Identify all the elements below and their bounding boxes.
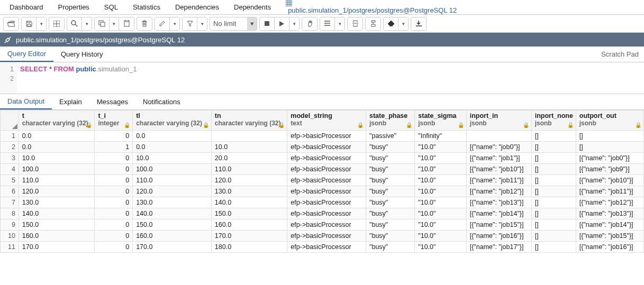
cell[interactable]: 140.0 [19,208,95,219]
edit-button[interactable] [155,17,170,30]
download-button[interactable] [411,17,426,30]
cell[interactable]: 0 [95,231,133,242]
tab-sql[interactable]: SQL [97,1,125,13]
cell[interactable]: "busy" [366,197,415,208]
table-row[interactable]: 6120.00120.0130.0efp->basicProcessor"bus… [1,186,644,197]
table-row[interactable]: 9150.00150.0160.0efp->basicProcessor"bus… [1,219,644,231]
cell[interactable]: [] [531,164,576,175]
delete-button[interactable] [137,17,152,30]
cell[interactable]: [{"name": "job15"}] [466,219,531,231]
cell[interactable]: "busy" [366,208,415,219]
table-row[interactable]: 7130.00130.0140.0efp->basicProcessor"bus… [1,197,644,208]
cell[interactable]: [] [576,131,643,142]
column-header[interactable]: tcharacter varying (32)🔒 [19,111,95,131]
cell[interactable]: [{"name": "job12"}] [576,197,643,208]
save-dropdown[interactable]: ▾ [37,17,46,30]
row-number[interactable]: 1 [1,131,19,142]
table-row[interactable]: 11170.00170.0180.0efp->basicProcessor"bu… [1,242,644,253]
cell[interactable]: 0.0 [133,131,212,142]
explain-analyze-button[interactable] [320,17,335,30]
row-number[interactable]: 10 [1,231,19,242]
cell[interactable]: "10.0" [415,142,466,153]
cell[interactable] [211,131,287,142]
cell[interactable]: "busy" [366,142,415,153]
table-row[interactable]: 5110.00110.0120.0efp->basicProcessor"bus… [1,175,644,186]
tab-messages[interactable]: Messages [89,95,135,109]
explain-dropdown[interactable]: ▾ [335,17,344,30]
cell[interactable]: "10.0" [415,197,466,208]
cell[interactable]: "busy" [366,242,415,253]
column-header[interactable]: tlcharacter varying (32)🔒 [133,111,212,131]
tab-explain[interactable]: Explain [52,95,89,109]
cell[interactable]: [{"name": "job15"}] [576,231,643,242]
cell[interactable]: "10.0" [415,231,466,242]
tab-query-history[interactable]: Query History [53,47,110,61]
table-row[interactable]: 4100.00100.0110.0efp->basicProcessor"bus… [1,164,644,175]
tab-scratch-pad[interactable]: Scratch Pad [596,47,644,61]
connection-icon[interactable] [3,35,12,44]
cell[interactable]: 160.0 [211,219,287,231]
cell[interactable]: "busy" [366,175,415,186]
tab-data-output[interactable]: Data Output [0,94,52,109]
editor-code[interactable]: SELECT * FROM public.simulation_1 [17,62,140,94]
cell[interactable]: [{"name": "job16"}] [466,231,531,242]
cell[interactable]: efp->basicProcessor [287,197,366,208]
cell[interactable]: [{"name": "job11"}] [466,175,531,186]
tab-dashboard[interactable]: Dashboard [2,1,51,13]
cell[interactable]: "Infinity" [415,131,466,142]
cell[interactable]: 140.0 [133,208,212,219]
tab-query-tool[interactable]: public.simulation_1/postgres/postgres@Po… [278,0,464,16]
cell[interactable]: [{"name": "job13"}] [576,208,643,219]
cell[interactable]: 130.0 [211,186,287,197]
cell[interactable]: 130.0 [133,197,212,208]
table-row[interactable]: 10160.00160.0170.0efp->basicProcessor"bu… [1,231,644,242]
cell[interactable]: "busy" [366,164,415,175]
tab-properties[interactable]: Properties [51,1,97,13]
cell[interactable]: 0.0 [19,142,95,153]
cell[interactable]: 130.0 [19,197,95,208]
row-number[interactable]: 6 [1,186,19,197]
tab-notifications[interactable]: Notifications [135,95,188,109]
cell[interactable]: 170.0 [211,231,287,242]
cell[interactable]: efp->basicProcessor [287,186,366,197]
cell[interactable]: 0 [95,153,133,164]
execute-dropdown[interactable]: ▾ [289,17,299,30]
cell[interactable]: [] [531,186,576,197]
cell[interactable]: efp->basicProcessor [287,219,366,231]
row-number[interactable]: 3 [1,153,19,164]
cell[interactable]: 160.0 [133,231,212,242]
cell[interactable]: [{"name": "job10"}] [576,175,643,186]
filter-dropdown[interactable]: ▾ [197,17,207,30]
cell[interactable]: 10.0 [133,153,212,164]
cell[interactable]: efp->basicProcessor [287,142,366,153]
cell[interactable]: "busy" [366,219,415,231]
cell[interactable]: 150.0 [211,208,287,219]
cell[interactable]: 0 [95,131,133,142]
cell[interactable]: 0 [95,197,133,208]
cell[interactable]: [{"name": "job9"}] [576,164,643,175]
column-header[interactable]: model_stringtext🔒 [287,111,366,131]
cell[interactable]: 170.0 [133,242,212,253]
cell[interactable]: 10.0 [211,142,287,153]
row-number[interactable]: 9 [1,219,19,231]
column-header[interactable]: outport_outjsonb🔒 [576,111,643,131]
cell[interactable]: 0.0 [19,131,95,142]
explain-button[interactable] [302,17,317,30]
cell[interactable]: 100.0 [19,164,95,175]
cell[interactable]: [] [576,142,643,153]
table-row[interactable]: 8140.00140.0150.0efp->basicProcessor"bus… [1,208,644,219]
cell[interactable]: [{"name": "job14"}] [576,219,643,231]
cell[interactable]: 110.0 [19,175,95,186]
cell[interactable]: 20.0 [211,153,287,164]
open-file-button[interactable] [4,17,19,30]
column-header[interactable]: tncharacter varying (32)🔒 [211,111,287,131]
cell[interactable]: [] [531,153,576,164]
cell[interactable]: 1 [95,142,133,153]
table-row[interactable]: 20.010.010.0efp->basicProcessor"busy""10… [1,142,644,153]
cell[interactable]: 150.0 [133,219,212,231]
cell[interactable]: "10.0" [415,219,466,231]
cell[interactable]: 0 [95,208,133,219]
cell[interactable]: [{"name": "job11"}] [576,186,643,197]
cell[interactable]: efp->basicProcessor [287,175,366,186]
commit-button[interactable] [348,17,362,30]
